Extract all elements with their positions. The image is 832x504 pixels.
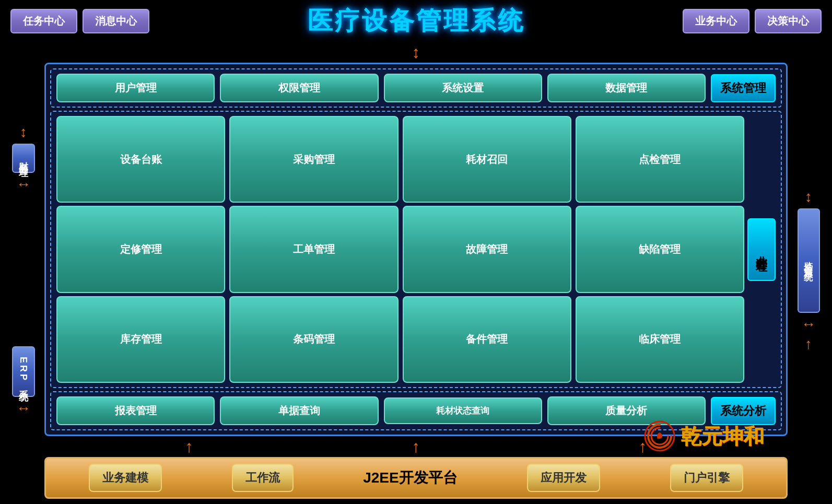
message-center-button[interactable]: 消息中心 bbox=[83, 9, 149, 33]
logo-text: 乾元坤和 bbox=[681, 422, 764, 451]
biz-modeling-button[interactable]: 业务建模 bbox=[89, 464, 162, 492]
app-dev-button[interactable]: 应用开发 bbox=[527, 464, 600, 492]
clinical-mgmt-button[interactable]: 临床管理 bbox=[576, 296, 744, 383]
erp-system-block[interactable]: ERP系统 bbox=[12, 346, 35, 397]
bottom-arrow-2: ↑ bbox=[412, 437, 420, 456]
scheduled-repair-button[interactable]: 定修管理 bbox=[56, 206, 225, 292]
spare-parts-mgmt-button[interactable]: 备件管理 bbox=[403, 296, 571, 383]
document-query-button[interactable]: 单据查询 bbox=[220, 396, 378, 425]
permission-mgmt-button[interactable]: 权限管理 bbox=[220, 74, 378, 102]
monitor-system-block[interactable]: 监控信息系统 bbox=[798, 208, 820, 313]
consumable-recall-button[interactable]: 耗材召回 bbox=[403, 116, 571, 203]
system-mgmt-row: 用户管理 权限管理 系统设置 数据管理 系统管理 bbox=[50, 68, 782, 108]
left-sidebar: ↕ 财务管理 ↔ ERP系统 ↔ bbox=[5, 42, 42, 499]
biz-row-3: 库存管理 条码管理 备件管理 临床管理 bbox=[56, 296, 744, 383]
device-ledger-button[interactable]: 设备台账 bbox=[56, 116, 225, 203]
biz-row-2: 定修管理 工单管理 故障管理 缺陷管理 bbox=[56, 206, 744, 292]
portal-engine-button[interactable]: 门户引擎 bbox=[670, 464, 743, 492]
biz-row-1: 设备台账 采购管理 耗材召回 点检管理 bbox=[56, 116, 744, 203]
finance-mgmt-block[interactable]: 财务管理 bbox=[12, 144, 35, 173]
inspection-mgmt-button[interactable]: 点检管理 bbox=[576, 116, 744, 203]
right-col: ↕ 监控信息系统 ↔ ↑ bbox=[798, 189, 820, 353]
mid-left-arrow: ↔ bbox=[16, 176, 31, 193]
logo-area: 乾元坤和 bbox=[644, 420, 764, 452]
biz-mgmt-label[interactable]: 业务管理 bbox=[747, 218, 776, 281]
bottom-arrow-1: ↑ bbox=[185, 437, 193, 456]
bottom-right-arrow: ↑ bbox=[805, 336, 812, 353]
data-mgmt-button[interactable]: 数据管理 bbox=[547, 74, 706, 102]
top-center-arrow-row: ↕ bbox=[44, 42, 788, 63]
report-mgmt-button[interactable]: 报表管理 bbox=[56, 396, 215, 425]
top-left-arrow: ↕ bbox=[20, 124, 27, 140]
workorder-mgmt-button[interactable]: 工单管理 bbox=[229, 206, 398, 292]
biz-label-container: 业务管理 bbox=[747, 116, 776, 383]
defect-mgmt-button[interactable]: 缺陷管理 bbox=[576, 206, 744, 292]
workflow-button[interactable]: 工作流 bbox=[232, 464, 294, 492]
bottom-left-arrow: ↔ bbox=[16, 400, 31, 417]
right-sidebar: ↕ 监控信息系统 ↔ ↑ bbox=[790, 42, 827, 499]
purchase-mgmt-button[interactable]: 采购管理 bbox=[229, 116, 398, 203]
blue-outer-box: 用户管理 权限管理 系统设置 数据管理 系统管理 设备台账 采购管理 耗材召回 bbox=[44, 63, 788, 436]
top-bar: 任务中心 消息中心 医疗设备管理系统 业务中心 决策中心 bbox=[0, 0, 832, 42]
barcode-mgmt-button[interactable]: 条码管理 bbox=[229, 296, 398, 383]
top-right-buttons: 业务中心 决策中心 bbox=[683, 9, 822, 33]
main-container: 任务中心 消息中心 医疗设备管理系统 业务中心 决策中心 ↕ 财务管理 ↔ ER… bbox=[0, 0, 832, 504]
left-col-top: ↕ 财务管理 ↔ bbox=[12, 124, 35, 193]
left-col-bottom: ERP系统 ↔ bbox=[12, 346, 35, 417]
platform-bar: 业务建模 工作流 J2EE开发平台 应用开发 门户引擎 bbox=[44, 457, 788, 499]
platform-title: J2EE开发平台 bbox=[363, 468, 458, 488]
mid-right-arrow: ↔ bbox=[801, 316, 816, 333]
top-right-arrow: ↕ bbox=[805, 189, 812, 205]
page-title: 医疗设备管理系统 bbox=[308, 4, 525, 38]
top-left-buttons: 任务中心 消息中心 bbox=[10, 9, 149, 33]
decision-center-button[interactable]: 决策中心 bbox=[755, 9, 822, 33]
system-settings-button[interactable]: 系统设置 bbox=[384, 74, 542, 102]
biz-grid: 设备台账 采购管理 耗材召回 点检管理 定修管理 工单管理 故障管理 缺陷管理 bbox=[56, 116, 744, 383]
fault-mgmt-button[interactable]: 故障管理 bbox=[403, 206, 571, 292]
top-center-arrow: ↕ bbox=[412, 43, 420, 62]
business-center-button[interactable]: 业务中心 bbox=[683, 9, 749, 33]
inventory-mgmt-button[interactable]: 库存管理 bbox=[56, 296, 225, 383]
biz-mgmt-section: 设备台账 采购管理 耗材召回 点检管理 定修管理 工单管理 故障管理 缺陷管理 bbox=[50, 111, 782, 388]
user-mgmt-button[interactable]: 用户管理 bbox=[56, 74, 215, 102]
logo-icon bbox=[644, 420, 675, 452]
consumable-status-query-button[interactable]: 耗材状态查询 bbox=[384, 397, 542, 424]
task-center-button[interactable]: 任务中心 bbox=[10, 9, 77, 33]
system-mgmt-label[interactable]: 系统管理 bbox=[711, 74, 776, 102]
